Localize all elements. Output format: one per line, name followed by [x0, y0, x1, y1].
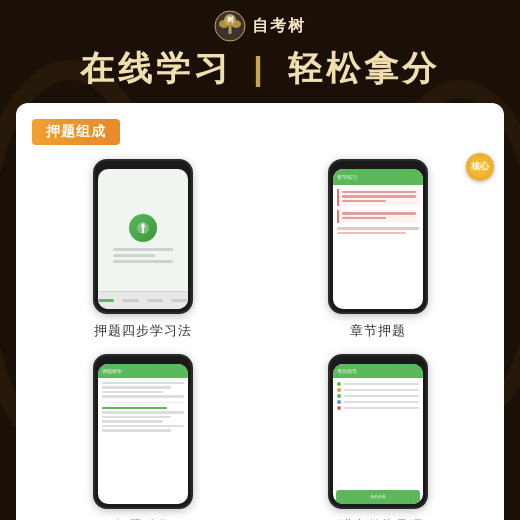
phone-notch-4	[360, 356, 396, 363]
phone-item-4: 考前指导	[267, 354, 488, 520]
screen-footer-4: 考前必看	[336, 490, 420, 504]
svg-rect-7	[142, 229, 144, 233]
header: 树 自考树 在线学习 | 轻松拿分	[0, 0, 520, 89]
screen-icon-1	[129, 214, 157, 242]
screen-body-3	[98, 378, 188, 504]
phone-mockup-3: 押题精华	[93, 354, 193, 509]
logo-text: 自考树	[252, 16, 306, 37]
phone-screen-4: 考前指导	[333, 364, 423, 504]
phone-item-2: 章节练习	[267, 159, 488, 340]
phone-label-1: 押题四步学习法	[94, 322, 192, 340]
phone-grid: 押题四步学习法 章节练习	[32, 159, 488, 520]
phone-mockup-1	[93, 159, 193, 314]
phone-wrapper-2: 章节练习	[267, 159, 488, 314]
svg-text:树: 树	[226, 15, 235, 23]
phone-screen-2: 章节练习	[333, 169, 423, 309]
logo-area: 树 自考树	[214, 10, 306, 42]
svg-rect-4	[229, 26, 232, 34]
screen-header-3: 押题精华	[98, 364, 188, 378]
core-badge: 核心	[466, 153, 494, 181]
phone-item-3: 押题精华	[32, 354, 253, 520]
phone-mockup-2: 章节练习	[328, 159, 428, 314]
screen-body-4	[333, 378, 423, 490]
phone-label-2: 章节押题	[350, 322, 406, 340]
screen-body-2	[333, 185, 423, 309]
main-card: 押题组成	[16, 103, 504, 520]
title-separator: |	[253, 49, 267, 87]
phone-wrapper-3: 押题精华	[32, 354, 253, 509]
phone-notch-3	[125, 356, 161, 363]
phone-wrapper-1	[32, 159, 253, 314]
screen-bottom-1	[98, 291, 188, 309]
screen-lines-1	[113, 248, 173, 263]
phone-screen-1	[98, 169, 188, 309]
screen-content-1	[98, 169, 188, 309]
phone-notch-1	[125, 161, 161, 168]
title-left: 在线学习	[80, 49, 232, 87]
screen-header-4: 考前指导	[333, 364, 423, 378]
logo-icon: 树	[214, 10, 246, 42]
title-right: 轻松拿分	[288, 49, 440, 87]
phone-wrapper-4: 考前指导	[267, 354, 488, 509]
phone-screen-3: 押题精华	[98, 364, 188, 504]
phone-mockup-4: 考前指导	[328, 354, 428, 509]
phone-item-1: 押题四步学习法	[32, 159, 253, 340]
main-title: 在线学习 | 轻松拿分	[80, 48, 440, 89]
section-label: 押题组成	[32, 119, 120, 145]
phone-notch-2	[360, 161, 396, 168]
screen-header-2: 章节练习	[333, 169, 423, 185]
